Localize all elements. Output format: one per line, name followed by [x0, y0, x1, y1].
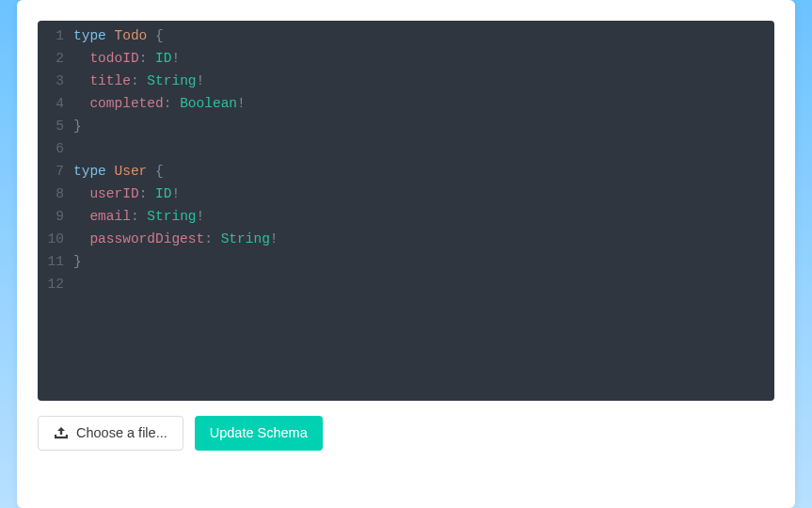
line-content: }	[73, 115, 774, 137]
code-line[interactable]: 5}	[38, 115, 774, 137]
code-editor[interactable]: 1type Todo {2 todoID: ID!3 title: String…	[38, 21, 774, 401]
code-line[interactable]: 12	[38, 273, 774, 295]
update-schema-button[interactable]: Update Schema	[195, 416, 323, 451]
line-content: title: String!	[73, 70, 774, 92]
line-content: userID: ID!	[73, 183, 774, 205]
code-line[interactable]: 4 completed: Boolean!	[38, 92, 774, 115]
line-content: passwordDigest: String!	[73, 228, 774, 250]
line-number: 6	[38, 137, 73, 160]
line-number: 2	[38, 47, 73, 70]
line-content: type Todo {	[73, 24, 774, 47]
code-line[interactable]: 3 title: String!	[38, 70, 774, 92]
code-line[interactable]: 10 passwordDigest: String!	[38, 228, 774, 250]
update-schema-label: Update Schema	[210, 426, 308, 440]
line-content: type User {	[73, 160, 774, 183]
svg-rect-1	[55, 435, 56, 437]
line-number: 11	[38, 250, 73, 273]
line-content: }	[73, 250, 774, 273]
line-content	[73, 137, 774, 160]
choose-file-button[interactable]: Choose a file...	[38, 416, 183, 451]
upload-icon	[54, 426, 69, 439]
code-line[interactable]: 9 email: String!	[38, 205, 774, 228]
line-number: 10	[38, 228, 73, 250]
choose-file-label: Choose a file...	[76, 426, 167, 440]
code-line[interactable]: 11}	[38, 250, 774, 273]
line-number: 8	[38, 183, 73, 205]
line-number: 5	[38, 115, 73, 137]
toolbar: Choose a file... Update Schema	[38, 416, 774, 451]
line-number: 1	[38, 24, 73, 47]
card: 1type Todo {2 todoID: ID!3 title: String…	[17, 0, 795, 508]
line-content: email: String!	[73, 205, 774, 228]
code-line[interactable]: 8 userID: ID!	[38, 183, 774, 205]
line-number: 4	[38, 92, 73, 115]
code-line[interactable]: 2 todoID: ID!	[38, 47, 774, 70]
line-number: 3	[38, 70, 73, 92]
line-number: 7	[38, 160, 73, 183]
line-content	[73, 273, 774, 295]
svg-rect-2	[66, 435, 68, 437]
line-content: todoID: ID!	[73, 47, 774, 70]
code-line[interactable]: 7type User {	[38, 160, 774, 183]
line-number: 12	[38, 273, 73, 295]
line-content: completed: Boolean!	[73, 92, 774, 115]
line-number: 9	[38, 205, 73, 228]
code-line[interactable]: 1type Todo {	[38, 24, 774, 47]
code-line[interactable]: 6	[38, 137, 774, 160]
